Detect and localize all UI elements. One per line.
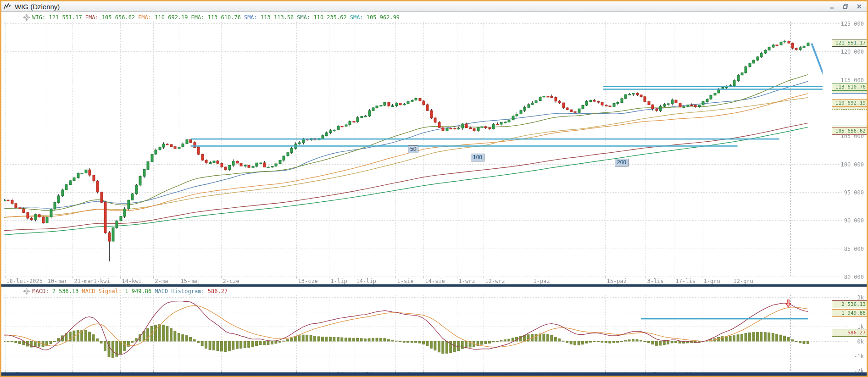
value-box-ema100: 110 692.19 [832, 99, 868, 107]
legend-ema50: EMA: 113 610.76 [191, 14, 241, 21]
restore-button[interactable] [842, 3, 849, 10]
value-box-macd: 2 536.13 [832, 300, 868, 308]
bottom-scrollbar[interactable] [1, 372, 867, 376]
panel-separator[interactable] [1, 284, 867, 287]
price-macd-chart[interactable] [1, 12, 868, 377]
main-indicator-legend: WIG: 121 551.17 EMA: 105 656.62 EMA: 110… [3, 14, 403, 21]
ma-period-label-200[interactable]: 200 [615, 159, 629, 166]
macd-indicator-legend: MACD: 2 536.13 MACD Signal: 1 949.86 MAC… [3, 288, 231, 295]
chart-window: WIG (Dzienny) WIG: 121 551.17 EMA: 105 6… [0, 0, 868, 377]
minimize-button[interactable] [828, 3, 835, 10]
chart-line-icon [4, 3, 11, 10]
window-title: WIG (Dzienny) [15, 3, 60, 11]
value-box-last-price: 121 551.17 [832, 39, 868, 47]
ma-period-label-50[interactable]: 50 [408, 145, 418, 153]
legend-sma200: SMA: 105 962.99 [350, 14, 400, 21]
legend-macd-signal: MACD Signal: 1 949.86 [82, 288, 152, 294]
legend-sma50: SMA: 113 113.56 [244, 14, 294, 21]
close-button[interactable] [856, 3, 863, 10]
sell-signal-arrow-icon [785, 299, 791, 307]
legend-sma100: SMA: 110 235.62 [297, 14, 346, 21]
value-box-ema50: 113 610.76 [832, 83, 868, 91]
value-box-histogram: 586.27 [832, 329, 868, 337]
legend-wig: WIG: 121 551.17 [32, 14, 82, 21]
legend-ema100: EMA: 110 692.19 [138, 14, 188, 21]
ma-period-label-100[interactable]: 100 [471, 154, 484, 161]
value-box-ema200: 105 656.62 [832, 127, 868, 135]
value-box-signal: 1 949.86 [832, 309, 868, 317]
legend-macd-histogram: MACD Histogram: 586.27 [155, 288, 228, 294]
move-handle-icon[interactable] [3, 288, 30, 295]
legend-macd: MACD: 2 536.13 [32, 288, 78, 294]
title-bar[interactable]: WIG (Dzienny) [1, 1, 867, 12]
move-handle-icon[interactable] [3, 14, 30, 21]
legend-ema200: EMA: 105 656.62 [85, 14, 135, 21]
